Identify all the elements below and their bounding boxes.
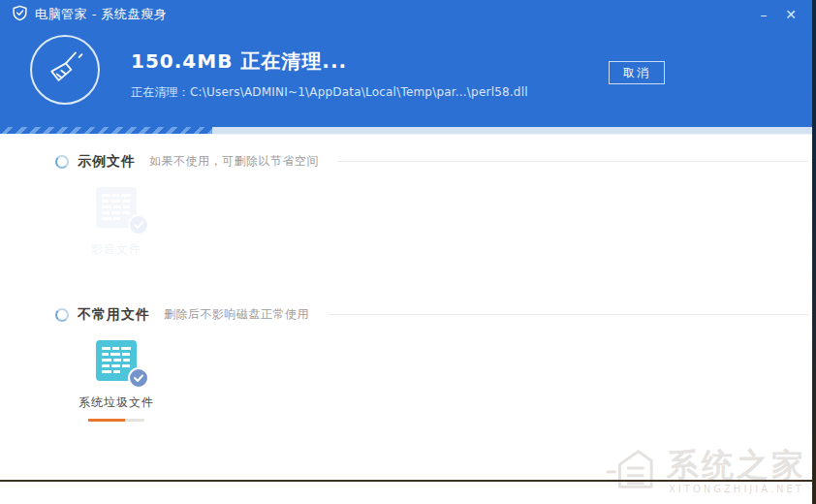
scan-spinner-icon <box>55 155 69 169</box>
header-progress-bar <box>0 127 816 135</box>
item-progress-track <box>88 419 144 422</box>
scan-spinner-icon <box>55 308 69 322</box>
window-title: 电脑管家 - 系统盘瘦身 <box>35 6 167 23</box>
screenshot-bottom-edge <box>0 480 812 482</box>
watermark-subtitle: XITONGZHIJIA.NET <box>667 484 806 494</box>
cleaning-path-status: 正在清理：C:\Users\ADMINI~1\AppData\Local\Tem… <box>131 84 528 101</box>
minimize-button[interactable]: – <box>750 4 777 25</box>
titlebar[interactable]: 电脑管家 - 系统盘瘦身 – ✕ <box>0 0 816 29</box>
section-subtitle: 如果不使用，可删除以节省空间 <box>149 153 319 170</box>
cancel-button[interactable]: 取消 <box>609 61 665 84</box>
shield-logo-icon <box>12 5 28 25</box>
section-subtitle: 删除后不影响磁盘正常使用 <box>164 306 309 323</box>
watermark-title: 系统之家 <box>667 448 806 483</box>
item-label: 系统垃圾文件 <box>74 394 159 411</box>
broom-circle <box>30 35 100 105</box>
watermark: 系统之家 XITONGZHIJIA.NET <box>603 444 806 498</box>
content-area: 示例文件 如果不使用，可删除以节省空间 <box>0 135 816 422</box>
header-progress-bar-fill <box>0 127 212 134</box>
section-divider <box>329 314 808 315</box>
section-sample-files-header: 示例文件 如果不使用，可删除以节省空间 <box>55 153 816 170</box>
section-title: 示例文件 <box>78 153 136 171</box>
check-badge-icon <box>128 367 149 389</box>
section-title: 不常用文件 <box>78 306 150 324</box>
broom-icon <box>44 47 86 93</box>
section-unused-files-header: 不常用文件 删除后不影响磁盘正常使用 <box>55 306 816 323</box>
clean-size-title: 150.4MB 正在清理... <box>131 48 528 75</box>
close-button[interactable]: ✕ <box>777 4 804 25</box>
item-progress-fill <box>88 419 125 422</box>
section-divider <box>338 161 808 162</box>
item-label: 影音文件 <box>74 241 159 258</box>
clean-progress-header: 150.4MB 正在清理... 正在清理：C:\Users\ADMINI~1\A… <box>0 29 816 127</box>
check-badge-icon <box>128 214 149 236</box>
screenshot-right-edge <box>812 0 816 504</box>
app-window: 电脑管家 - 系统盘瘦身 – ✕ 150.4MB 正在清理... 正在清理：C:… <box>0 0 816 504</box>
list-item-system-junk[interactable]: 系统垃圾文件 <box>74 339 159 422</box>
list-item-media-files[interactable]: 影音文件 <box>74 186 159 258</box>
house-logo-icon <box>603 444 659 498</box>
